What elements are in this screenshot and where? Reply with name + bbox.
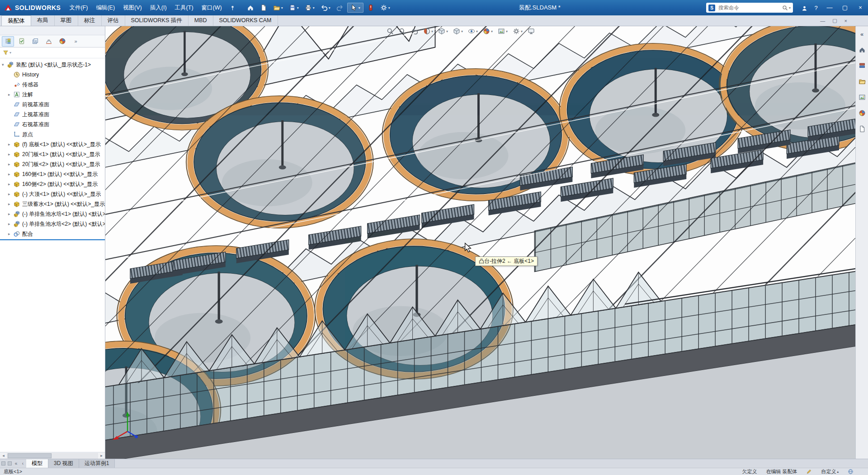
tree-item-side-160-2[interactable]: ▸ 160侧<2> (默认) <<默认>_显示 (0, 179, 105, 189)
file-explorer-icon[interactable] (857, 76, 867, 86)
expand-arrow[interactable]: ▸ (8, 192, 13, 196)
zoom-area-icon[interactable] (398, 27, 407, 36)
expand-arrow[interactable]: ▸ (8, 212, 13, 216)
apply-scene-icon[interactable]: ▾ (497, 27, 509, 36)
xpress-products-icon[interactable] (365, 3, 377, 13)
tree-item-mates[interactable]: ▸ 配合 (0, 229, 105, 239)
tree-item-fish-pond-row-1[interactable]: ▸ (-) 单排鱼池水培<1> (默认) <默认>_显示 (0, 209, 105, 219)
tree-item-door-panel-1[interactable]: ▸ 20门板<1> (默认) <<默认>_显示 (0, 149, 105, 159)
sheet-tab-motion-study-1[interactable]: 运动算例1 (79, 459, 115, 468)
tree-item-big-roof-1[interactable]: ▸ (-) 大顶<1> (默认) <<默认>_显示 (0, 189, 105, 199)
doc-close-icon[interactable]: × (844, 18, 847, 24)
customize-status-button[interactable]: 自定义▴ (821, 468, 839, 475)
tree-item-top-plane[interactable]: 上视基准面 (0, 109, 105, 119)
pane-splitter-icon[interactable] (1, 461, 5, 466)
expand-arrow[interactable]: ▾ (2, 62, 7, 67)
panel-tab-overflow[interactable]: » (70, 36, 82, 47)
tree-item-base-plate-1[interactable]: ▸ (f) 底板<1> (默认) <<默认>_显示 (0, 139, 105, 149)
tab-sketch[interactable]: 草图 (55, 15, 78, 26)
tab-solidworks-addins[interactable]: SOLIDWORKS 插件 (125, 15, 189, 26)
collapse-taskpane-icon[interactable]: « (857, 29, 867, 39)
filter-caret[interactable]: ▾ (9, 51, 11, 55)
search-scope-caret[interactable]: ▾ (789, 6, 791, 10)
sheet-tab-3d-views[interactable]: 3D 视图 (48, 459, 79, 468)
tab-scroll-right-icon[interactable]: ‹ (19, 459, 26, 468)
configurationmanager-tab[interactable] (29, 36, 41, 47)
undo-icon[interactable]: ▾ (318, 3, 333, 13)
tab-scroll-left-icon[interactable]: « (13, 459, 19, 468)
expand-arrow[interactable]: ▸ (8, 222, 13, 226)
close-button[interactable]: × (853, 0, 868, 15)
tree-item-sensors[interactable]: 传感器 (0, 80, 105, 90)
custom-properties-icon[interactable] (857, 124, 867, 134)
expand-arrow[interactable]: ▸ (8, 92, 13, 97)
search-box[interactable]: S ▾ (706, 3, 793, 13)
graphics-area[interactable]: ▾ ▾ ▾ ▾ ▾ (105, 26, 855, 459)
filter-icon[interactable] (3, 50, 9, 56)
tree-item-door-panel-2[interactable]: ▸ 20门板<2> (默认) <<默认>_显示 (0, 159, 105, 169)
expand-arrow[interactable]: ▸ (8, 172, 13, 176)
tree-item-origin[interactable]: 原点 (0, 129, 105, 139)
tab-solidworks-cam[interactable]: SOLIDWORKS CAM (213, 15, 278, 26)
menu-item[interactable]: 文件(F) (65, 0, 92, 15)
tree-item-history[interactable]: History (0, 70, 105, 80)
view-settings-icon[interactable]: ▾ (512, 27, 524, 36)
tree-item-water-storage-1[interactable]: ▸ 三级蓄水<1> (默认) <<默认>_显示 (0, 199, 105, 209)
select-tool[interactable]: ▾ (347, 3, 363, 13)
expand-arrow[interactable]: ▸ (8, 162, 13, 166)
displaymanager-tab[interactable] (56, 36, 68, 47)
display-style-icon[interactable]: ▾ (452, 27, 464, 36)
help-icon[interactable]: ? (810, 5, 822, 11)
scroll-left-icon[interactable]: ◂ (0, 453, 7, 458)
section-view-icon[interactable]: ▾ (422, 27, 434, 36)
redo-icon[interactable] (334, 3, 346, 13)
3d-scene[interactable] (105, 26, 855, 459)
tab-assembly[interactable]: 装配体 (1, 15, 31, 26)
web-help-icon[interactable] (848, 469, 854, 475)
search-icon[interactable] (782, 5, 788, 11)
new-document-icon[interactable] (258, 3, 269, 13)
tree-hscrollbar[interactable]: ◂ ▸ (0, 452, 105, 459)
view-palette-icon[interactable] (857, 92, 867, 102)
propertymanager-tab[interactable] (15, 36, 28, 47)
appearances-icon[interactable] (857, 108, 867, 118)
tab-markup[interactable]: 标注 (78, 15, 102, 26)
zoom-fit-icon[interactable] (386, 27, 395, 36)
menu-item[interactable]: 编辑(E) (92, 0, 119, 15)
open-document-icon[interactable]: ▾ (271, 3, 285, 13)
expand-arrow[interactable]: ▸ (8, 232, 13, 236)
home-resources-icon[interactable] (857, 45, 867, 55)
expand-arrow[interactable]: ▸ (8, 182, 13, 186)
search-input[interactable] (717, 5, 780, 11)
user-account-icon[interactable] (798, 4, 810, 11)
dimxpertmanager-tab[interactable] (42, 36, 55, 47)
tab-layout[interactable]: 布局 (31, 15, 55, 26)
expand-arrow[interactable]: ▸ (8, 142, 13, 147)
menu-item[interactable]: 窗口(W) (198, 0, 226, 15)
menu-item[interactable]: 插入(I) (146, 0, 171, 15)
tab-evaluate[interactable]: 评估 (102, 15, 125, 26)
pin-menu-icon[interactable] (230, 5, 236, 11)
tree-item-right-plane[interactable]: 右视基准面 (0, 119, 105, 129)
sheet-tab-model[interactable]: 模型 (26, 459, 48, 468)
previous-view-icon[interactable] (410, 27, 419, 36)
tree-item-fish-pond-row-2[interactable]: ▸ (-) 单排鱼池水培<2> (默认) <默认>_显示 (0, 219, 105, 229)
maximize-button[interactable]: ▢ (837, 0, 853, 15)
view-orientation-icon[interactable]: ▾ (437, 27, 449, 36)
menu-item[interactable]: 工具(T) (171, 0, 198, 15)
design-library-icon[interactable] (857, 61, 867, 71)
rollback-bar[interactable] (0, 239, 105, 240)
pane-splitter-icon[interactable] (8, 461, 12, 466)
hide-show-icon[interactable]: ▾ (467, 27, 479, 36)
tree-filter-bar[interactable]: ▾ (0, 48, 105, 58)
monitor-icon[interactable] (527, 27, 536, 36)
minimize-button[interactable]: — (822, 0, 837, 15)
home-icon[interactable] (245, 3, 256, 13)
doc-restore-icon[interactable]: ▢ (832, 18, 837, 24)
tree-root-assembly[interactable]: ▾ 装配 (默认) <默认_显示状态-1> (0, 60, 105, 70)
expand-arrow[interactable]: ▸ (8, 202, 13, 206)
save-icon[interactable]: ▾ (287, 3, 301, 13)
scroll-track[interactable] (7, 453, 98, 459)
options-icon[interactable]: ▾ (378, 3, 392, 13)
tree-item-front-plane[interactable]: 前视基准面 (0, 100, 105, 109)
